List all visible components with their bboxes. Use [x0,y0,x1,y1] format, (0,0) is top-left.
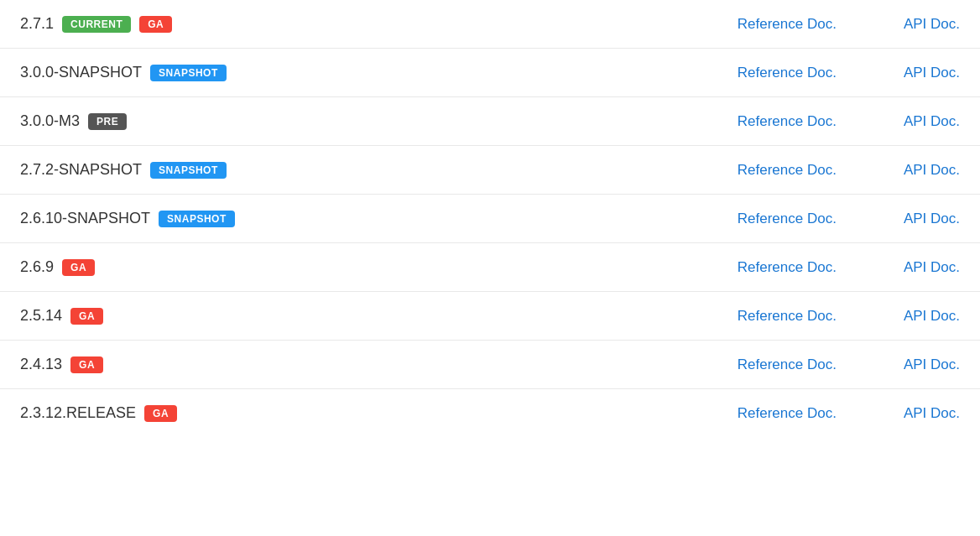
table-row: 2.5.14GAReference Doc.API Doc. [0,292,980,341]
version-number: 2.4.13 [20,356,62,373]
version-links: Reference Doc.API Doc. [738,405,960,422]
version-number: 3.0.0-SNAPSHOT [20,64,142,81]
reference-doc-link[interactable]: Reference Doc. [738,308,837,325]
table-row: 3.0.0-M3PREReference Doc.API Doc. [0,97,980,146]
api-doc-link[interactable]: API Doc. [904,113,960,130]
api-doc-link[interactable]: API Doc. [904,405,960,422]
version-links: Reference Doc.API Doc. [738,16,960,33]
version-info: 2.7.1CURRENTGA [20,15,738,33]
api-doc-link[interactable]: API Doc. [904,65,960,81]
version-links: Reference Doc.API Doc. [738,211,960,227]
badge-ga: GA [70,356,103,373]
reference-doc-link[interactable]: Reference Doc. [738,65,837,81]
badge-snapshot: SNAPSHOT [150,162,227,179]
table-row: 2.7.1CURRENTGAReference Doc.API Doc. [0,0,980,49]
api-doc-link[interactable]: API Doc. [904,308,960,325]
reference-doc-link[interactable]: Reference Doc. [738,113,837,130]
version-info: 2.4.13GA [20,356,738,373]
reference-doc-link[interactable]: Reference Doc. [738,211,837,227]
badge-snapshot: SNAPSHOT [150,65,227,81]
api-doc-link[interactable]: API Doc. [904,259,960,276]
version-links: Reference Doc.API Doc. [738,356,960,373]
version-info: 2.6.9GA [20,258,738,276]
badge-snapshot: SNAPSHOT [159,211,235,227]
version-info: 3.0.0-SNAPSHOTSNAPSHOT [20,64,738,81]
badge-ga: GA [70,308,103,325]
api-doc-link[interactable]: API Doc. [904,211,960,227]
version-links: Reference Doc.API Doc. [738,113,960,130]
table-row: 2.6.10-SNAPSHOTSNAPSHOTReference Doc.API… [0,195,980,243]
reference-doc-link[interactable]: Reference Doc. [738,16,837,33]
version-number: 2.6.9 [20,258,54,276]
table-row: 2.6.9GAReference Doc.API Doc. [0,243,980,292]
reference-doc-link[interactable]: Reference Doc. [738,162,837,179]
version-links: Reference Doc.API Doc. [738,65,960,81]
badge-ga: GA [62,259,95,276]
table-row: 3.0.0-SNAPSHOTSNAPSHOTReference Doc.API … [0,49,980,97]
version-links: Reference Doc.API Doc. [738,162,960,179]
table-row: 2.3.12.RELEASEGAReference Doc.API Doc. [0,389,980,437]
version-info: 3.0.0-M3PRE [20,112,738,130]
badge-ga: GA [139,16,172,33]
reference-doc-link[interactable]: Reference Doc. [738,356,837,373]
version-number: 2.3.12.RELEASE [20,404,136,422]
api-doc-link[interactable]: API Doc. [904,16,960,33]
version-list: 2.7.1CURRENTGAReference Doc.API Doc.3.0.… [0,0,980,437]
api-doc-link[interactable]: API Doc. [904,162,960,179]
version-number: 3.0.0-M3 [20,112,80,130]
reference-doc-link[interactable]: Reference Doc. [738,259,837,276]
reference-doc-link[interactable]: Reference Doc. [738,405,837,422]
version-number: 2.7.2-SNAPSHOT [20,161,142,179]
version-number: 2.7.1 [20,15,54,33]
version-number: 2.5.14 [20,307,62,325]
version-number: 2.6.10-SNAPSHOT [20,210,150,227]
badge-ga: GA [144,405,177,422]
version-info: 2.3.12.RELEASEGA [20,404,738,422]
api-doc-link[interactable]: API Doc. [904,356,960,373]
version-info: 2.6.10-SNAPSHOTSNAPSHOT [20,210,738,227]
version-info: 2.7.2-SNAPSHOTSNAPSHOT [20,161,738,179]
version-links: Reference Doc.API Doc. [738,308,960,325]
version-info: 2.5.14GA [20,307,738,325]
table-row: 2.4.13GAReference Doc.API Doc. [0,341,980,389]
table-row: 2.7.2-SNAPSHOTSNAPSHOTReference Doc.API … [0,146,980,195]
version-links: Reference Doc.API Doc. [738,259,960,276]
badge-pre: PRE [88,113,127,130]
badge-current: CURRENT [62,16,131,33]
